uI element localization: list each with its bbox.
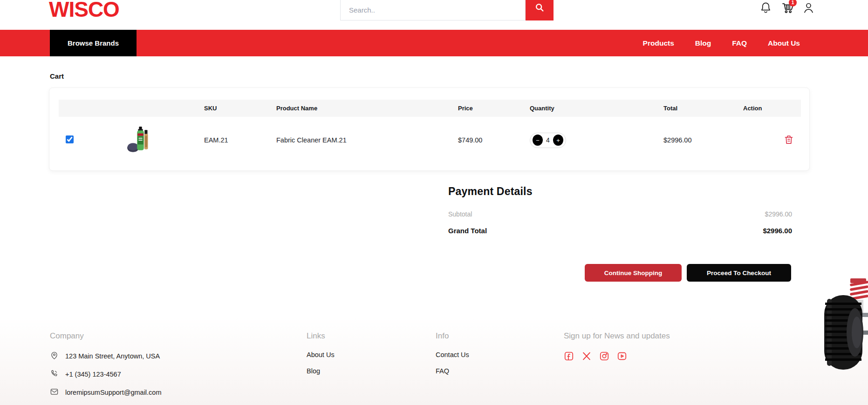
location-pin-icon xyxy=(50,351,59,361)
delete-item-button[interactable] xyxy=(783,134,794,147)
footer-newsletter-title: Sign up for News and updates xyxy=(564,331,670,341)
footer-phone-text: +1 (345) 123-4567 xyxy=(65,371,121,378)
top-header: WISCO 1 xyxy=(0,0,868,30)
quantity-stepper: − 4 + xyxy=(530,133,566,148)
payment-details-title: Payment Details xyxy=(448,185,792,198)
column-header-price: Price xyxy=(452,105,524,112)
nav-link-products[interactable]: Products xyxy=(643,39,674,47)
footer-link-blog[interactable]: Blog xyxy=(307,367,335,375)
footer-links-column: Links About Us Blog xyxy=(307,331,335,384)
continue-shopping-button[interactable]: Continue Shopping xyxy=(585,264,682,282)
grand-total-value: $2996.00 xyxy=(763,227,792,235)
column-header-total: Total xyxy=(658,105,738,112)
footer-company-title: Company xyxy=(50,331,162,341)
cart-card: SKU Product Name Price Quantity Total Ac… xyxy=(49,88,810,171)
proceed-to-checkout-button[interactable]: Proceed To Checkout xyxy=(687,264,791,282)
main-navbar: Browse Brands Products Blog FAQ About Us xyxy=(0,30,868,56)
nav-link-about-us[interactable]: About Us xyxy=(768,39,800,47)
quantity-increase-button[interactable]: + xyxy=(553,135,563,146)
main-content: Cart SKU Product Name Price Quantity Tot… xyxy=(0,56,868,317)
item-sku: EAM.21 xyxy=(198,136,271,144)
phone-icon xyxy=(50,369,59,379)
footer-address-text: 123 Main Street, Anytown, USA xyxy=(65,352,160,360)
youtube-icon[interactable] xyxy=(617,351,627,361)
item-total: $2996.00 xyxy=(658,136,738,144)
grand-total-label: Grand Total xyxy=(448,227,487,235)
footer: Company 123 Main Street, Anytown, USA +1… xyxy=(0,317,868,405)
browse-brands-button[interactable]: Browse Brands xyxy=(50,30,137,56)
footer-link-contact-us[interactable]: Contact Us xyxy=(436,351,469,358)
item-checkbox[interactable] xyxy=(66,135,74,143)
nav-link-blog[interactable]: Blog xyxy=(695,39,711,47)
search-icon xyxy=(534,2,545,14)
column-header-action: Action xyxy=(738,105,801,112)
mail-icon xyxy=(50,387,59,398)
site-logo[interactable]: WISCO xyxy=(49,0,119,22)
footer-links-title: Links xyxy=(307,331,335,341)
footer-newsletter-column: Sign up for News and updates xyxy=(564,331,670,361)
item-name: Fabric Cleaner EAM.21 xyxy=(271,136,452,144)
footer-address-row: 123 Main Street, Anytown, USA xyxy=(50,351,162,361)
column-header-quantity: Quantity xyxy=(524,105,658,112)
footer-info-title: Info xyxy=(436,331,469,341)
nav-links: Products Blog FAQ About Us xyxy=(643,30,800,56)
footer-link-about-us[interactable]: About Us xyxy=(307,351,335,358)
payment-details-section: Payment Details Subtotal $2996.00 Grand … xyxy=(448,185,792,235)
facebook-icon[interactable] xyxy=(564,351,574,361)
cart-item-row: EAM.21 Fabric Cleaner EAM.21 $749.00 − 4… xyxy=(59,117,801,163)
column-header-product-name: Product Name xyxy=(271,105,452,112)
social-icons xyxy=(564,351,670,361)
quantity-value: 4 xyxy=(546,136,550,144)
footer-email-text: loremipsumSupport@gmail.com xyxy=(65,389,162,396)
page-title: Cart xyxy=(50,72,64,80)
x-twitter-icon[interactable] xyxy=(581,351,592,361)
cart-actions: Continue Shopping Proceed To Checkout xyxy=(585,264,791,282)
cart-table-header: SKU Product Name Price Quantity Total Ac… xyxy=(59,100,801,117)
item-price: $749.00 xyxy=(452,136,524,144)
nav-link-faq[interactable]: FAQ xyxy=(732,39,747,47)
search-button[interactable] xyxy=(526,0,554,20)
subtotal-value: $2996.00 xyxy=(765,210,792,218)
user-account-icon[interactable] xyxy=(802,1,815,15)
footer-email-row: loremipsumSupport@gmail.com xyxy=(50,387,162,398)
quantity-decrease-button[interactable]: − xyxy=(533,135,543,146)
search-input[interactable] xyxy=(340,0,526,20)
trash-icon xyxy=(783,140,794,147)
notification-bell-icon[interactable] xyxy=(759,1,772,15)
column-header-sku: SKU xyxy=(198,105,271,112)
footer-link-faq[interactable]: FAQ xyxy=(436,367,469,375)
footer-info-column: Info Contact Us FAQ xyxy=(436,331,469,384)
instagram-icon[interactable] xyxy=(599,351,609,361)
subtotal-label: Subtotal xyxy=(448,210,472,218)
footer-phone-row: +1 (345) 123-4567 xyxy=(50,369,162,379)
product-image xyxy=(126,125,155,155)
footer-company-column: Company 123 Main Street, Anytown, USA +1… xyxy=(50,331,162,405)
cart-count-badge: 1 xyxy=(789,0,797,7)
